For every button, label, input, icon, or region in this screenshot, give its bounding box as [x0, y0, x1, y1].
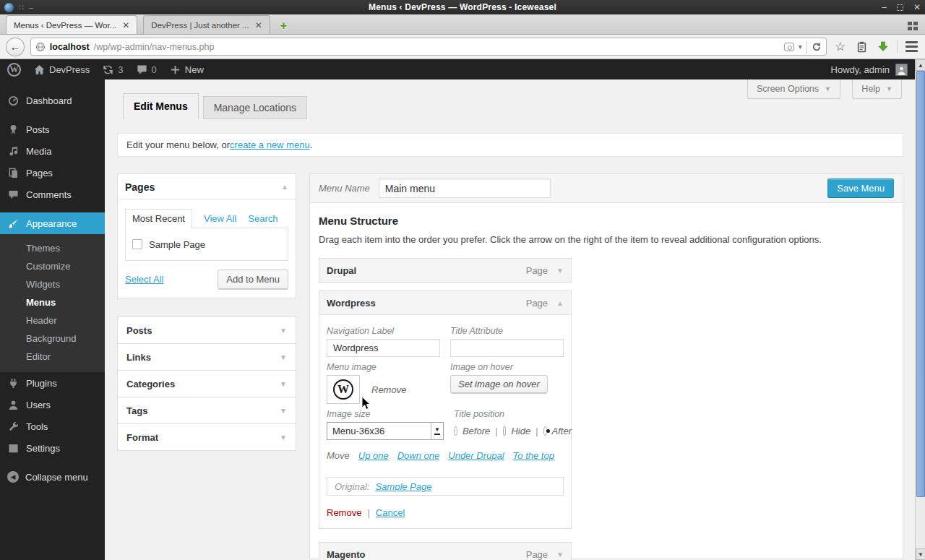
menu-item-drupal[interactable]: Drupal Page ▼ [319, 258, 572, 283]
sidebar-item-settings[interactable]: Settings [0, 437, 105, 459]
move-up-one-link[interactable]: Up one [358, 450, 389, 461]
tab-grid-icon[interactable] [908, 22, 918, 30]
sidebar-label: Plugins [26, 378, 57, 389]
cancel-link[interactable]: Cancel [376, 507, 405, 518]
bookmark-badge-icon[interactable] [784, 43, 794, 51]
sidebar-item-dashboard[interactable]: Dashboard [0, 90, 105, 111]
chevron-down-icon[interactable]: ▼ [556, 267, 564, 275]
chevron-up-icon[interactable]: ▲ [281, 183, 288, 191]
scroll-up-icon[interactable]: ▲ [916, 59, 925, 71]
accordion-posts[interactable]: Posts ▼ [117, 316, 296, 344]
back-button[interactable]: ← [6, 38, 25, 56]
tab-close-icon[interactable]: ✕ [122, 20, 129, 30]
move-to-top-link[interactable]: To the top [513, 450, 554, 461]
screen-options-button[interactable]: Screen Options ▼ [747, 79, 840, 99]
accordion-links[interactable]: Links ▼ [117, 343, 296, 371]
remove-image-link[interactable]: Remove [371, 384, 406, 395]
submenu-menus[interactable]: Menus [0, 293, 105, 311]
menu-item-wordpress[interactable]: Wordpress Page ▲ [319, 290, 572, 315]
new-tab-button[interactable]: + [280, 18, 287, 34]
submenu-editor[interactable]: Editor [0, 348, 105, 366]
title-attribute-input[interactable] [450, 339, 564, 357]
sidebar-item-plugins[interactable]: Plugins [0, 372, 105, 394]
sidebar-item-appearance[interactable]: Appearance [0, 212, 105, 234]
tab-edit-menus[interactable]: Edit Menus [123, 93, 199, 119]
tab-most-recent[interactable]: Most Recent [125, 209, 192, 228]
browser-scrollbar[interactable]: ▲ ▼ [915, 59, 925, 560]
menu-item-magento[interactable]: Magento Page ▼ [319, 542, 572, 560]
chevron-down-icon[interactable]: ▾ [799, 43, 802, 51]
window-minimize-button[interactable]: – [882, 3, 887, 12]
submenu-widgets[interactable]: Widgets [0, 275, 105, 293]
sidebar-label: Users [26, 400, 51, 410]
avatar[interactable] [895, 64, 908, 76]
navigation-label-input[interactable] [327, 339, 440, 357]
url-bar[interactable]: localhost/wp/wp-admin/nav-menus.php ▾ [30, 38, 827, 56]
menu-item-type: Page [526, 265, 548, 276]
radio-after[interactable] [543, 426, 547, 436]
tab-close-icon[interactable]: ✕ [255, 20, 262, 30]
radio-before[interactable] [454, 426, 457, 436]
accordion-tags[interactable]: Tags ▼ [117, 397, 296, 424]
menu-name-input[interactable] [379, 178, 551, 198]
howdy-admin[interactable]: Howdy, admin [831, 64, 890, 75]
move-down-one-link[interactable]: Down one [397, 450, 440, 461]
help-button[interactable]: Help ▼ [852, 79, 902, 99]
menu-image-thumb[interactable]: W [327, 375, 360, 404]
submenu-themes[interactable]: Themes [0, 239, 105, 257]
submenu-customize[interactable]: Customize [0, 257, 105, 275]
sidebar-label: Comments [26, 189, 72, 200]
browser-tab-menus[interactable]: Menus ‹ DevPress — Wor... ✕ [6, 15, 137, 34]
scroll-down-icon[interactable]: ▼ [916, 548, 925, 560]
admin-bar-updates[interactable]: 3 [103, 64, 123, 75]
admin-bar-site[interactable]: DevPress [34, 64, 90, 75]
sidebar-item-users[interactable]: Users [0, 394, 105, 415]
download-arrow-icon[interactable] [875, 38, 891, 56]
save-menu-button[interactable]: Save Menu [827, 178, 894, 198]
radio-label-hide: Hide [511, 426, 530, 436]
menu-item-settings: Navigation Label Title Attribute Menu im… [319, 315, 572, 529]
image-size-select[interactable]: Menu-36x36 ▼ [327, 422, 444, 440]
wordpress-logo-icon[interactable]: W [7, 63, 21, 77]
tab-manage-locations[interactable]: Manage Locations [203, 96, 307, 119]
tab-search[interactable]: Search [248, 210, 278, 228]
chevron-up-icon[interactable]: ▲ [556, 299, 564, 307]
sidebar-item-tools[interactable]: Tools [0, 415, 105, 437]
scrollbar-thumb[interactable] [916, 71, 925, 497]
admin-bar-new[interactable]: New [170, 64, 204, 75]
pages-panel-header[interactable]: Pages ▲ [118, 174, 296, 200]
create-new-menu-link[interactable]: create a new menu [230, 139, 310, 150]
reload-icon[interactable] [812, 42, 822, 52]
collapse-menu-button[interactable]: ◀ Collapse menu [0, 466, 105, 488]
window-maximize-button[interactable] [897, 4, 903, 11]
accordion-label: Posts [126, 325, 152, 336]
tab-view-all[interactable]: View All [204, 210, 236, 228]
browser-toolbar: ← localhost/wp/wp-admin/nav-menus.php ▾ … [0, 35, 925, 59]
add-to-menu-button[interactable]: Add to Menu [218, 270, 288, 289]
remove-item-link[interactable]: Remove [327, 507, 361, 518]
move-under-drupal-link[interactable]: Under Drupal [448, 450, 504, 461]
submenu-background[interactable]: Background [0, 329, 105, 348]
sidebar-item-pages[interactable]: Pages [0, 162, 105, 184]
sample-page-checkbox[interactable] [132, 239, 142, 249]
set-image-on-hover-button[interactable]: Set image on hover [450, 375, 548, 393]
browser-tab-devpress[interactable]: DevPress | Just another ... ✕ [143, 15, 270, 34]
submenu-header[interactable]: Header [0, 311, 105, 329]
accordion-format[interactable]: Format ▼ [117, 423, 296, 451]
pages-icon [7, 167, 20, 179]
original-sample-page-link[interactable]: Sample Page [375, 481, 431, 492]
menu-hamburger-icon[interactable] [903, 38, 919, 56]
chevron-down-icon[interactable]: ▼ [556, 551, 564, 559]
window-close-button[interactable]: ✕ [913, 3, 921, 12]
accordion-categories[interactable]: Categories ▼ [117, 370, 296, 397]
sidebar-item-media[interactable]: Media [0, 140, 105, 162]
admin-bar-comments[interactable]: 0 [137, 64, 157, 75]
iceweasel-icon [4, 3, 14, 12]
radio-hide[interactable] [503, 426, 507, 436]
sidebar-item-posts[interactable]: Posts [0, 119, 105, 140]
bookmarks-clipboard-icon[interactable] [854, 38, 870, 56]
speech-bubble-icon [7, 189, 20, 201]
select-all-link[interactable]: Select All [125, 274, 163, 285]
sidebar-item-comments[interactable]: Comments [0, 184, 105, 205]
bookmark-star-icon[interactable]: ☆ [832, 38, 848, 56]
